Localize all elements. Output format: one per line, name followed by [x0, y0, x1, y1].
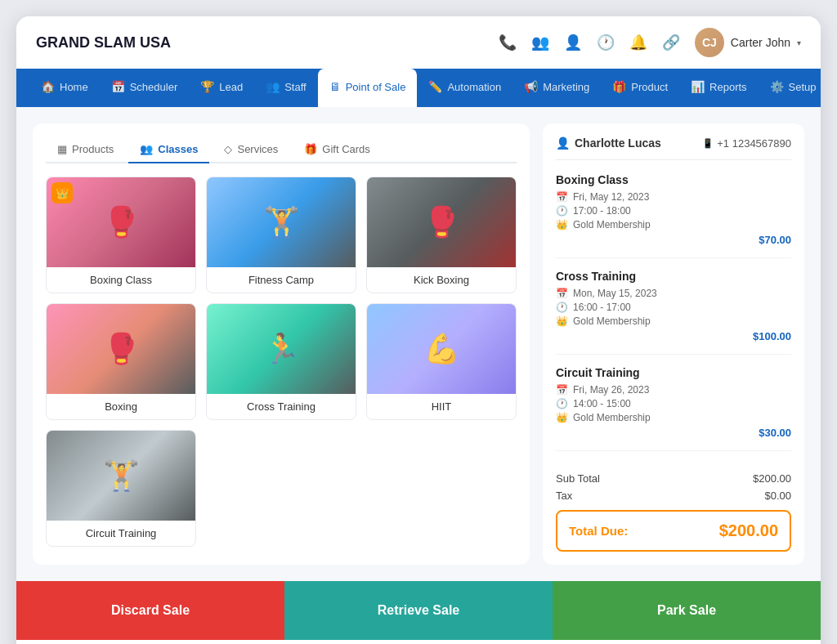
group-icon[interactable]: 👥: [531, 34, 549, 51]
tax-value: $0.00: [764, 490, 791, 502]
tab-classes[interactable]: 👥 Classes: [128, 136, 209, 163]
bell-icon[interactable]: 🔔: [629, 34, 647, 51]
right-panel: 👤 Charlotte Lucas 📱 +1 1234567890 Boxing…: [543, 123, 804, 565]
calendar-icon-boxing: 📅: [556, 191, 568, 203]
order-detail-date-boxing: 📅 Fri, May 12, 2023: [556, 191, 791, 203]
nav-bar: 🏠 Home 📅 Scheduler 🏆 Lead 👥 Staff 🖥 Poin…: [16, 69, 821, 107]
nav-lead-label: Lead: [219, 81, 243, 93]
nav-product-label: Product: [631, 81, 668, 93]
order-price-cross: $100.00: [556, 330, 791, 342]
order-price-circuit-value: $30.00: [759, 427, 791, 439]
order-price-boxing-value: $70.00: [759, 234, 791, 246]
tab-services[interactable]: ◇ Services: [213, 136, 289, 163]
scheduler-icon: 📅: [111, 80, 125, 93]
nav-setup-label: Setup: [789, 81, 817, 93]
nav-automation[interactable]: ✏️ Automation: [417, 69, 512, 107]
class-image-cross-training: 🏃: [207, 304, 356, 394]
class-card-circuit-training[interactable]: 🏋️ Circuit Training: [46, 430, 196, 547]
class-image-boxing: 🥊: [47, 304, 195, 394]
class-label-circuit-training: Circuit Training: [47, 521, 195, 546]
user-circle-icon[interactable]: 👤: [564, 34, 582, 51]
marketing-icon: 📢: [524, 80, 538, 93]
order-detail-membership-circuit: 👑 Gold Membership: [556, 412, 791, 423]
nav-marketing[interactable]: 📢 Marketing: [512, 69, 601, 107]
order-item-cross-training: Cross Training 📅 Mon, May 15, 2023 🕐 16:…: [556, 270, 791, 355]
customer-row: 👤 Charlotte Lucas 📱 +1 1234567890: [556, 136, 791, 160]
user-avatar-area[interactable]: CJ Carter John ▾: [695, 28, 801, 57]
subtotal-value: $200.00: [753, 472, 791, 485]
app-container: GRAND SLAM USA 📞 👥 👤 🕐 🔔 🔗 CJ Carter Joh…: [16, 16, 821, 644]
automation-icon: ✏️: [428, 80, 442, 93]
phone-icon[interactable]: 📞: [499, 34, 517, 51]
class-card-boxing-class[interactable]: 👑 🥊 Boxing Class: [46, 177, 196, 293]
retrieve-sale-button[interactable]: Retrieve Sale: [284, 581, 553, 640]
nav-home-label: Home: [60, 81, 88, 93]
nav-home[interactable]: 🏠 Home: [29, 69, 100, 107]
share-icon[interactable]: 🔗: [662, 34, 680, 51]
setup-icon: ⚙️: [770, 80, 784, 93]
staff-icon: 👥: [266, 80, 280, 93]
nav-staff-label: Staff: [284, 81, 307, 93]
nav-scheduler[interactable]: 📅 Scheduler: [100, 69, 190, 107]
order-detail-date-cross: 📅 Mon, May 15, 2023: [556, 288, 791, 299]
class-card-kick-boxing[interactable]: 🥊 Kick Boxing: [366, 177, 517, 293]
discard-sale-button[interactable]: Discard Sale: [16, 581, 284, 640]
left-panel: ▦ Products 👥 Classes ◇ Services 🎁 Gift C…: [33, 123, 530, 565]
order-time-boxing: 17:00 - 18:00: [573, 205, 631, 217]
nav-setup[interactable]: ⚙️ Setup: [759, 69, 821, 107]
class-grid: 👑 🥊 Boxing Class 🏋️ Fitness Camp 🥊 Kick …: [46, 177, 517, 547]
clock-icon-circuit: 🕐: [556, 398, 568, 409]
lead-icon: 🏆: [200, 80, 214, 93]
customer-name: Charlotte Lucas: [575, 136, 661, 150]
pos-icon: 🖥: [329, 80, 341, 93]
order-item-boxing-class: Boxing Class 📅 Fri, May 12, 2023 🕐 17:00…: [556, 173, 791, 258]
phone-small-icon: 📱: [702, 138, 714, 149]
tabs-row: ▦ Products 👥 Classes ◇ Services 🎁 Gift C…: [46, 136, 517, 163]
nav-staff[interactable]: 👥 Staff: [254, 69, 318, 107]
product-icon: 🎁: [612, 80, 626, 93]
top-bar: GRAND SLAM USA 📞 👥 👤 🕐 🔔 🔗 CJ Carter Joh…: [16, 16, 821, 69]
avatar: CJ: [695, 28, 724, 57]
user-name: Carter John: [731, 36, 790, 49]
customer-phone: 📱 +1 1234567890: [702, 137, 791, 150]
order-item-title-boxing-class: Boxing Class: [556, 173, 791, 186]
order-item-circuit-training: Circuit Training 📅 Fri, May 26, 2023 🕐 1…: [556, 366, 791, 451]
class-label-boxing: Boxing: [47, 394, 195, 419]
park-sale-button[interactable]: Park Sale: [553, 581, 821, 640]
calendar-icon-cross: 📅: [556, 288, 568, 299]
classes-tab-icon: 👥: [140, 143, 153, 155]
customer-name-area: 👤 Charlotte Lucas: [556, 136, 661, 150]
nav-product[interactable]: 🎁 Product: [601, 69, 679, 107]
order-date-circuit: Fri, May 26, 2023: [573, 384, 649, 396]
subtotal-label: Sub Total: [556, 472, 600, 485]
order-price-cross-value: $100.00: [753, 330, 791, 342]
class-card-cross-training[interactable]: 🏃 Cross Training: [206, 303, 356, 420]
nav-lead[interactable]: 🏆 Lead: [189, 69, 254, 107]
clock-icon[interactable]: 🕐: [597, 34, 615, 51]
clock-icon-cross: 🕐: [556, 302, 568, 313]
tax-row: Tax $0.00: [556, 490, 791, 502]
class-card-hiit[interactable]: 💪 HIIT: [366, 303, 517, 420]
tab-gift-cards[interactable]: 🎁 Gift Cards: [293, 136, 382, 163]
order-membership-boxing: Gold Membership: [573, 219, 651, 230]
tab-gift-cards-label: Gift Cards: [322, 143, 370, 155]
order-detail-membership-cross: 👑 Gold Membership: [556, 315, 791, 327]
tab-products[interactable]: ▦ Products: [46, 136, 125, 163]
nav-reports[interactable]: 📊 Reports: [679, 69, 759, 107]
customer-phone-number: +1 1234567890: [717, 137, 791, 150]
order-summary: Sub Total $200.00 Tax $0.00 Total Due: $…: [556, 463, 791, 552]
class-card-fitness-camp[interactable]: 🏋️ Fitness Camp: [206, 177, 356, 293]
nav-reports-label: Reports: [709, 81, 747, 93]
order-item-title-circuit: Circuit Training: [556, 366, 791, 379]
class-card-boxing[interactable]: 🥊 Boxing: [46, 303, 196, 420]
order-date-cross: Mon, May 15, 2023: [573, 288, 657, 299]
class-label-fitness-camp: Fitness Camp: [207, 267, 356, 293]
main-content: ▦ Products 👥 Classes ◇ Services 🎁 Gift C…: [16, 107, 821, 581]
order-time-circuit: 14:00 - 15:00: [573, 398, 631, 409]
clock-icon-boxing: 🕐: [556, 205, 568, 217]
gift-cards-tab-icon: 🎁: [304, 143, 317, 155]
nav-pos[interactable]: 🖥 Point of Sale: [318, 69, 418, 107]
brand-name: GRAND SLAM USA: [36, 34, 171, 51]
calendar-icon-circuit: 📅: [556, 384, 568, 396]
order-time-cross: 16:00 - 17:00: [573, 302, 631, 313]
